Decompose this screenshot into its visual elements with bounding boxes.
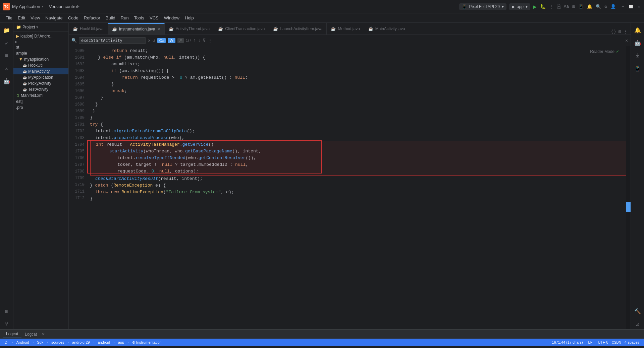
status-path-d[interactable]: D: bbox=[3, 340, 10, 344]
whole-word-button[interactable]: W bbox=[168, 38, 175, 43]
status-path-android29[interactable]: android-29 bbox=[70, 340, 92, 344]
tree-item-pro[interactable]: .pro bbox=[13, 105, 68, 111]
regex-button[interactable]: .* bbox=[177, 38, 184, 43]
maximize-button[interactable]: ⬜ bbox=[629, 4, 633, 9]
project-header-dropdown[interactable]: ▾ bbox=[36, 25, 38, 29]
status-position[interactable]: 1671:44 (17 chars) bbox=[550, 340, 585, 344]
sidebar-git-icon[interactable]: ⑂ bbox=[2, 319, 12, 329]
sidebar-commit-icon[interactable]: ✓ bbox=[2, 38, 12, 48]
sidebar-android-icon[interactable]: 🤖 bbox=[2, 76, 12, 86]
status-file[interactable]: ⊙ Instrumentation bbox=[130, 340, 164, 345]
device-explorer-icon[interactable]: 📱 bbox=[633, 64, 643, 74]
tab-launchactivity[interactable]: ☕ LaunchActivityItem.java bbox=[269, 23, 327, 34]
code-content[interactable]: Reader Mode ✓ return result; } else if (… bbox=[87, 46, 626, 329]
status-path-android2[interactable]: android bbox=[96, 340, 112, 344]
close-button[interactable]: ✕ bbox=[637, 4, 641, 9]
tree-item-testactivity[interactable]: ☕ TestActivity bbox=[13, 86, 68, 92]
tab-mainactivity[interactable]: ☕ MainActivity.java bbox=[364, 23, 409, 34]
settings-button[interactable]: ⚙ bbox=[604, 4, 607, 9]
notifications-icon[interactable]: 🔔 bbox=[633, 25, 643, 36]
close-search-icon[interactable]: ✕ bbox=[148, 38, 151, 43]
status-indent[interactable]: 4 spaces bbox=[623, 340, 641, 344]
tab-clienttransaction[interactable]: ☕ ClientTransaction.java bbox=[214, 23, 269, 34]
tree-item-root[interactable]: ▶ ication] D:\Andro... bbox=[13, 33, 68, 39]
menu-help[interactable]: Help bbox=[182, 15, 197, 21]
close-search-button[interactable]: ✕ bbox=[625, 38, 628, 43]
menu-run[interactable]: Run bbox=[118, 15, 131, 21]
status-path-app[interactable]: app bbox=[116, 340, 126, 344]
version-control-label[interactable]: Version control bbox=[49, 4, 78, 9]
tree-item-expand[interactable]: ▶ bbox=[13, 39, 68, 44]
menu-vcs[interactable]: VCS bbox=[147, 15, 161, 21]
debug-button[interactable]: 🐛 bbox=[540, 4, 546, 9]
tree-item-ample[interactable]: ample bbox=[13, 50, 68, 56]
close-tab-icon[interactable]: ✕ bbox=[157, 27, 160, 31]
recent-files-icon[interactable]: ⟨⟩ bbox=[611, 29, 616, 34]
layout-button[interactable]: ⊟ bbox=[572, 4, 575, 9]
search-input[interactable] bbox=[79, 37, 146, 44]
menu-view[interactable]: View bbox=[28, 15, 43, 21]
device-manager-button[interactable]: 📱 bbox=[578, 4, 584, 9]
logcat2-tab[interactable]: Logcat bbox=[21, 331, 40, 338]
tree-item-myapplication[interactable]: ☕ MyApplication bbox=[13, 74, 68, 80]
search-more-icon[interactable]: ⋮ bbox=[208, 38, 212, 43]
menu-window[interactable]: Window bbox=[161, 15, 182, 21]
close-logcat-tab[interactable]: ✕ bbox=[42, 332, 45, 337]
build-variants-icon[interactable]: ⊿ bbox=[633, 319, 643, 329]
tree-item-proxyactivity[interactable]: ☕ ProxyActivity bbox=[13, 80, 68, 86]
tab-activitythread[interactable]: ☕ ActivityThread.java bbox=[165, 23, 214, 34]
search-toolbar-button[interactable]: 🔍 bbox=[596, 4, 601, 9]
sidebar-problems-icon[interactable]: ⚠ bbox=[2, 64, 12, 74]
menu-refactor[interactable]: Refactor bbox=[81, 15, 103, 21]
account-button[interactable]: 👤 bbox=[610, 4, 616, 9]
status-path-android[interactable]: Android bbox=[14, 340, 31, 344]
gradle-icon[interactable]: 🔨 bbox=[633, 306, 643, 317]
next-match-icon[interactable]: ↓ bbox=[198, 38, 201, 43]
profile-button[interactable]: ⎘ bbox=[557, 3, 560, 10]
menu-code[interactable]: Code bbox=[65, 15, 81, 21]
tree-item-manifest[interactable]: 🗒 Manifest.xml bbox=[13, 92, 68, 98]
tree-item-est[interactable]: est] bbox=[13, 98, 68, 105]
refresh-search-icon[interactable]: ↺ bbox=[153, 38, 155, 43]
sidebar-terminal-icon[interactable]: ⊞ bbox=[2, 306, 12, 317]
menu-edit[interactable]: Edit bbox=[15, 15, 28, 21]
menu-navigate[interactable]: Navigate bbox=[43, 15, 65, 21]
database-icon[interactable]: 🗄 bbox=[633, 51, 643, 61]
tree-item-mainactivity[interactable]: ☕ MainActivity bbox=[13, 68, 68, 74]
tree-item-st[interactable]: st bbox=[13, 44, 68, 50]
assistant-icon[interactable]: 🤖 bbox=[633, 38, 643, 48]
code-editor[interactable]: 1690 1691 1692 1693 1694 1695 1696 1697 … bbox=[69, 46, 631, 329]
status-path-sources[interactable]: sources bbox=[49, 340, 66, 344]
filter-search-icon[interactable]: ⊽ bbox=[203, 38, 206, 43]
device-dropdown[interactable]: ▾ bbox=[502, 4, 504, 9]
sidebar-structure-icon[interactable]: ≡ bbox=[2, 51, 12, 61]
tab-method[interactable]: ☕ Method.java bbox=[327, 23, 364, 34]
run-button[interactable]: ▶ bbox=[533, 3, 537, 10]
tab-overflow-icon[interactable]: ⋮ bbox=[623, 29, 628, 34]
logcat-tab[interactable]: Logcat bbox=[3, 330, 21, 338]
run-config[interactable]: ▶ app ▾ bbox=[509, 3, 530, 10]
device-selector[interactable]: 📱 Pixel Fold API 29 ▾ bbox=[459, 3, 506, 10]
minimize-button[interactable]: — bbox=[621, 4, 625, 9]
tree-item-myapp[interactable]: ▼ myapplication bbox=[13, 56, 68, 62]
tab-hookutil[interactable]: ☕ HookUtil.java bbox=[69, 23, 108, 34]
menu-tools[interactable]: Tools bbox=[131, 15, 147, 21]
app-dropdown-arrow[interactable]: ▾ bbox=[42, 5, 44, 9]
sidebar-project-icon[interactable]: 📁 bbox=[2, 25, 12, 36]
tab-instrumentation[interactable]: ☕ Instrumentation.java ✕ bbox=[108, 23, 165, 34]
prev-match-icon[interactable]: ↑ bbox=[194, 38, 196, 43]
status-line-ending[interactable]: LF bbox=[586, 340, 595, 344]
menu-build[interactable]: Build bbox=[103, 15, 118, 21]
status-path-sdk[interactable]: Sdk bbox=[35, 340, 45, 344]
notification-button[interactable]: 🔔 bbox=[587, 4, 592, 9]
status-encoding[interactable]: UTF-8 bbox=[596, 340, 610, 344]
case-sensitive-button[interactable]: Cc bbox=[157, 38, 166, 43]
menu-file[interactable]: File bbox=[3, 15, 15, 21]
split-icon[interactable]: ⊟ bbox=[619, 29, 621, 34]
run-config-dropdown[interactable]: ▾ bbox=[526, 4, 528, 9]
vc-dropdown-arrow[interactable]: ▾ bbox=[78, 5, 80, 9]
more-button[interactable]: ⋮ bbox=[549, 4, 553, 9]
tree-item-hookutil[interactable]: ☕ HookUtil bbox=[13, 62, 68, 68]
inspect-button[interactable]: Aa bbox=[564, 4, 569, 9]
code-line-1705: .startActivity(whoThread, who.getBasePac… bbox=[90, 148, 626, 155]
